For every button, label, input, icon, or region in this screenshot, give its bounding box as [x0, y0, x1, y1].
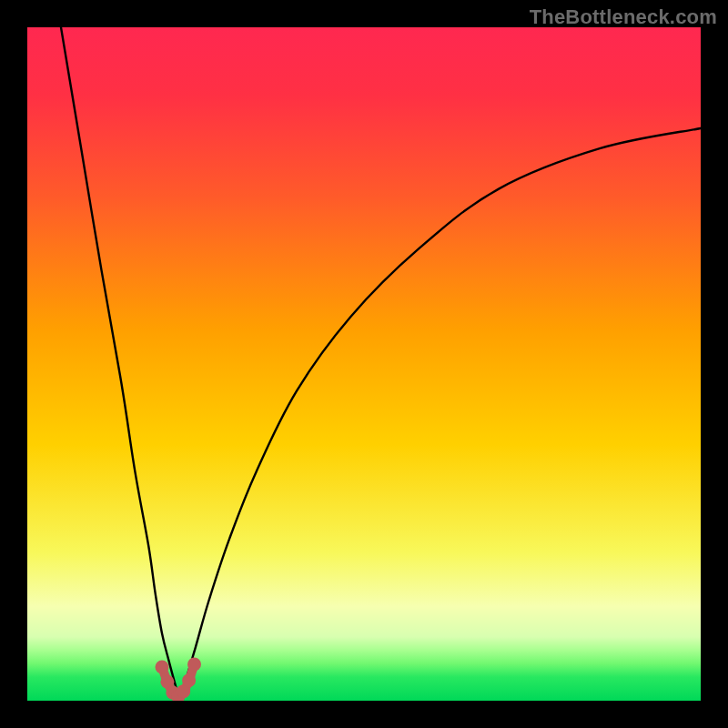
marker-dot — [187, 658, 201, 672]
marker-dot — [156, 661, 169, 674]
plot-area — [27, 27, 701, 701]
curve-layer — [27, 27, 701, 701]
marker-dot — [182, 673, 196, 687]
curve-left-branch — [61, 27, 179, 697]
marker-dots — [156, 658, 202, 701]
watermark-text: TheBottleneck.com — [530, 5, 717, 29]
outer-frame: TheBottleneck.com — [0, 0, 728, 728]
curve-right-branch — [179, 128, 702, 697]
